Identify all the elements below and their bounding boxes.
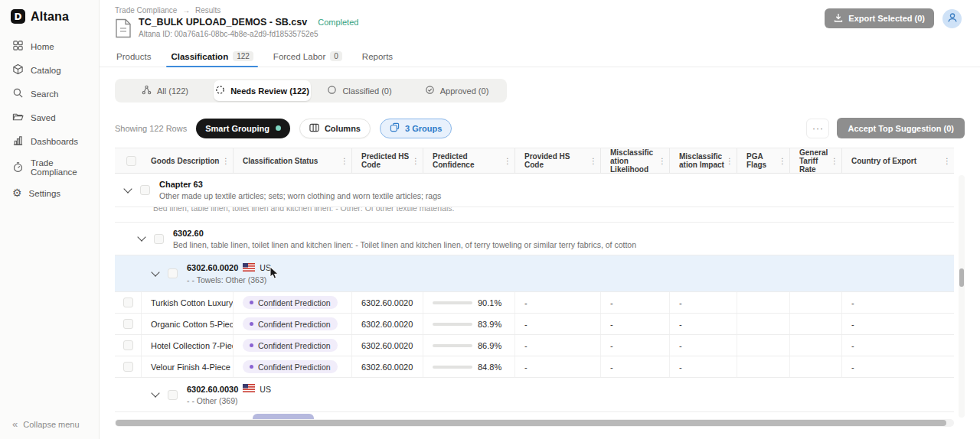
tab-forced-labor[interactable]: Forced Labor 0 [272,48,344,67]
group-country: US [260,385,271,394]
user-avatar[interactable] [942,9,962,28]
vertical-scrollbar-thumb[interactable] [959,268,964,287]
row-checkbox[interactable] [123,340,133,350]
tab-classification[interactable]: Classification 122 [169,48,254,67]
sidebar-item-trade-compliance[interactable]: Trade Compliance [0,153,99,182]
column-menu-icon[interactable]: ⋮ [726,157,733,165]
cell-misclassification-impact: - [670,335,737,356]
status-badge: Completed [318,18,358,27]
column-menu-icon[interactable]: ⋮ [222,157,230,165]
gear-icon: ⚙ [12,187,22,199]
groups-button[interactable]: 3 Groups [380,119,452,138]
group-row-chapter-63[interactable]: Chapter 63 Other made up textile article… [115,174,954,207]
filter-classified[interactable]: Classified (0) [311,80,408,101]
tab-label: Classification [171,52,228,61]
confidence-bar [433,301,472,304]
collapse-menu-button[interactable]: « Collapse menu [12,418,80,430]
grid-icon [12,40,24,53]
horizontal-scrollbar[interactable] [115,419,954,427]
sidebar-item-catalog[interactable]: Catalog [0,58,99,82]
column-menu-icon[interactable]: ⋮ [590,157,597,165]
table-row[interactable]: Turkish Cotton Luxury ... Confident Pred… [115,292,954,314]
group-checkbox[interactable] [140,185,150,195]
group-checkbox[interactable] [154,234,164,244]
confidence-value: 84.8% [478,363,501,372]
tab-reports[interactable]: Reports [361,48,394,67]
row-checkbox[interactable] [123,298,133,307]
altana-logo-icon: D [11,9,25,24]
accept-top-suggestion-button[interactable]: Accept Top Suggestion (0) [837,118,965,138]
cell-misclassification-likelihood: - [601,356,670,377]
sidebar-item-search[interactable]: Search [0,82,99,106]
group-checkbox[interactable] [168,268,178,278]
altana-id: Altana ID: 00a76a16-08bc-4b8e-a2d9-fd185… [139,30,358,38]
column-header-general-tariff-rate[interactable]: General Tariff Rate ⋮ [790,148,842,173]
select-all-checkbox[interactable] [126,156,136,166]
export-selected-label: Export Selected (0) [848,14,925,23]
table-row[interactable]: Hotel Collection 7-Piec... Confident Pre… [115,335,954,356]
cell-country-of-export: - [842,314,954,334]
cell-provided-hs-code: - [515,335,601,356]
chevron-down-icon[interactable] [137,233,145,241]
chevron-down-icon[interactable] [123,184,132,193]
horizontal-scrollbar-thumb[interactable] [116,420,946,426]
column-header-predicted-confidence[interactable]: Predicted Confidence ⋮ [423,148,515,173]
filter-needs-review[interactable]: Needs Review (122) [214,80,311,101]
column-menu-icon[interactable]: ⋮ [779,157,786,165]
tab-label: Forced Labor [273,52,325,61]
cell-misclassification-impact: - [670,356,737,377]
column-menu-icon[interactable]: ⋮ [943,157,951,165]
filter-all[interactable]: All (122) [116,80,214,101]
row-checkbox[interactable] [123,319,133,329]
sidebar-item-home[interactable]: Home [0,34,99,58]
column-menu-icon[interactable]: ⋮ [412,157,420,165]
column-header-pga-flags[interactable]: PGA Flags ⋮ [737,148,790,173]
cell-pga-flags [737,314,790,334]
column-header-country-of-export[interactable]: Country of Export ⋮ [842,148,954,173]
column-header-misclassification-impact[interactable]: Misclassification Impact ⋮ [670,148,737,173]
row-checkbox[interactable] [123,362,133,372]
column-header-goods-description[interactable]: Goods Description ⋮ [142,148,234,173]
filter-approved[interactable]: Approved (0) [408,80,505,101]
column-header-classification-status[interactable]: Classification Status ⋮ [234,148,352,173]
group-row-6302-60-0030[interactable]: 6302.60.0030 US - - Other (369) [115,378,954,412]
cell-misclassification-likelihood: - [601,335,670,356]
sidebar-item-settings[interactable]: ⚙ Settings [0,182,99,204]
group-row-6302-60[interactable]: 6302.60 Bed linen, table linen, toilet l… [115,223,954,255]
sidebar-item-saved[interactable]: Saved [0,106,99,129]
group-description: - - Other (369) [187,396,271,405]
columns-button[interactable]: Columns [299,119,371,138]
smart-grouping-toggle[interactable]: Smart Grouping [196,119,290,138]
column-header-provided-hs-code[interactable]: Provided HS Code ⋮ [515,148,601,173]
sidebar-item-dashboards[interactable]: Dashboards [0,129,99,153]
cell-predicted-confidence: 90.1% [423,292,515,313]
header-checkbox-cell [115,148,142,173]
column-header-misclassification-likelihood[interactable]: Misclassification Likelihood ⋮ [601,148,670,173]
status-dot-icon [250,343,253,347]
groups-label: 3 Groups [405,124,442,133]
column-header-predicted-hs-code[interactable]: Predicted HS Code ⋮ [352,148,423,173]
tab-label: Reports [362,52,393,61]
column-menu-icon[interactable]: ⋮ [341,157,348,165]
export-selected-button[interactable]: Export Selected (0) [825,8,934,28]
chevron-down-icon[interactable] [151,268,159,276]
vertical-scrollbar[interactable] [959,175,965,418]
chevron-down-icon[interactable] [151,389,159,397]
cell-goods-description: Velour Finish 4-Piece ... [142,356,234,377]
status-dot-icon [250,365,253,369]
breadcrumb-parent[interactable]: Trade Compliance [115,6,177,15]
table-row[interactable]: Velour Finish 4-Piece ... Confident Pred… [115,356,954,378]
cell-pga-flags [737,335,790,356]
column-menu-icon[interactable]: ⋮ [831,157,838,165]
bar-chart-icon [12,135,24,148]
column-menu-icon[interactable]: ⋮ [658,157,666,165]
sidebar-item-label: Saved [31,113,56,122]
column-menu-icon[interactable]: ⋮ [504,157,511,165]
table-row[interactable]: Organic Cotton 5-Piec... Confident Predi… [115,314,954,335]
sidebar-item-label: Search [31,89,58,99]
tab-products[interactable]: Products [115,48,152,67]
group-checkbox[interactable] [168,390,178,400]
confidence-value: 86.9% [478,341,501,350]
more-options-button[interactable]: ··· [806,119,829,138]
group-row-6302-60-0020[interactable]: 6302.60.0020 US - - Towels: Other (363) [115,255,954,292]
